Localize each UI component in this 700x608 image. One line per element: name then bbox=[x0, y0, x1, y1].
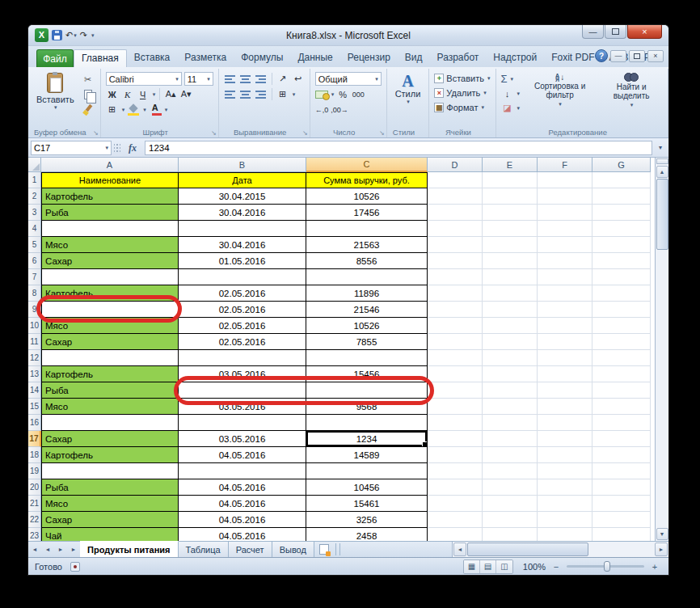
cell-G7[interactable] bbox=[592, 269, 651, 285]
cell-B21[interactable]: 04.05.2016 bbox=[179, 496, 306, 512]
align-bottom-button[interactable] bbox=[255, 73, 268, 86]
row-header-12[interactable]: 12 bbox=[28, 350, 41, 366]
cell-G20[interactable] bbox=[592, 479, 651, 496]
normal-view-button[interactable]: ▦ bbox=[464, 560, 480, 573]
row-header-14[interactable]: 14 bbox=[28, 382, 41, 399]
orientation-button[interactable]: ↗ bbox=[276, 73, 289, 86]
chevron-down-icon[interactable]: ▾ bbox=[143, 107, 146, 113]
cell-F14[interactable] bbox=[538, 382, 592, 399]
cell-F16[interactable] bbox=[538, 415, 592, 431]
cell-A22[interactable]: Сахар bbox=[41, 512, 179, 528]
cell-G12[interactable] bbox=[592, 350, 651, 366]
cell-C6[interactable]: 8556 bbox=[306, 253, 428, 269]
cell-E3[interactable] bbox=[483, 205, 538, 221]
cell-F21[interactable] bbox=[538, 496, 592, 512]
row-header-17[interactable]: 17 bbox=[28, 431, 41, 447]
ribbon-tab-данные[interactable]: Данные bbox=[290, 49, 339, 67]
cell-D2[interactable] bbox=[428, 188, 483, 205]
cell-A23[interactable]: Чай bbox=[41, 528, 179, 541]
ribbon-tab-рецензир[interactable]: Рецензир bbox=[340, 49, 398, 67]
cell-G15[interactable] bbox=[592, 399, 651, 415]
cell-E11[interactable] bbox=[483, 334, 538, 350]
cell-G19[interactable] bbox=[592, 463, 651, 479]
cell-F5[interactable] bbox=[538, 237, 592, 253]
cell-D8[interactable] bbox=[428, 285, 483, 302]
cell-E7[interactable] bbox=[483, 269, 538, 285]
cell-E17[interactable] bbox=[483, 431, 538, 447]
cell-D6[interactable] bbox=[428, 253, 483, 269]
vertical-scrollbar[interactable]: ▲ ▼ bbox=[655, 158, 668, 541]
cell-B22[interactable]: 04.05.2016 bbox=[179, 512, 306, 528]
cell-A12[interactable] bbox=[41, 350, 179, 366]
row-header-7[interactable]: 7 bbox=[28, 269, 41, 285]
cut-button[interactable]: ✂ bbox=[81, 73, 95, 86]
ribbon-tab-надстрой[interactable]: Надстрой bbox=[486, 49, 544, 67]
cell-D3[interactable] bbox=[428, 205, 483, 221]
cell-B12[interactable] bbox=[179, 350, 306, 366]
sheet-tab-таблица[interactable]: Таблица bbox=[179, 542, 229, 557]
cell-B3[interactable]: 30.04.2016 bbox=[179, 205, 306, 221]
horizontal-scroll-track[interactable] bbox=[467, 542, 654, 557]
cell-C13[interactable]: 15456 bbox=[306, 366, 428, 382]
ribbon-tab-разметка[interactable]: Разметка bbox=[177, 49, 234, 67]
cell-E22[interactable] bbox=[483, 512, 538, 528]
page-layout-view-button[interactable]: ▤ bbox=[480, 560, 496, 573]
cell-B10[interactable]: 02.05.2016 bbox=[179, 318, 306, 334]
cell-A16[interactable] bbox=[41, 415, 179, 431]
cell-G22[interactable] bbox=[592, 512, 651, 528]
page-break-view-button[interactable]: ◫ bbox=[496, 560, 512, 573]
row-header-1[interactable]: 1 bbox=[28, 172, 41, 188]
zoom-slider[interactable] bbox=[567, 565, 644, 568]
cell-B20[interactable]: 04.05.2016 bbox=[179, 479, 306, 496]
cell-B5[interactable]: 30.04.2016 bbox=[179, 237, 306, 253]
cell-A1[interactable]: Наименование bbox=[41, 172, 179, 188]
cell-G13[interactable] bbox=[592, 366, 651, 382]
select-all-corner[interactable] bbox=[28, 158, 41, 172]
horizontal-scrollbar[interactable]: ◄ ► bbox=[452, 542, 668, 557]
cell-F6[interactable] bbox=[538, 253, 592, 269]
workbook-close-button[interactable]: × bbox=[647, 50, 664, 62]
row-header-2[interactable]: 2 bbox=[28, 188, 41, 205]
row-header-6[interactable]: 6 bbox=[28, 253, 41, 269]
bold-button[interactable]: Ж bbox=[106, 88, 119, 101]
record-macro-icon[interactable] bbox=[70, 562, 80, 572]
cell-E15[interactable] bbox=[483, 399, 538, 415]
cell-A18[interactable]: Картофель bbox=[41, 447, 179, 463]
row-header-15[interactable]: 15 bbox=[28, 399, 41, 415]
cell-E12[interactable] bbox=[483, 350, 538, 366]
vertical-scroll-thumb[interactable] bbox=[656, 179, 668, 250]
cell-C14[interactable] bbox=[306, 382, 428, 399]
align-middle-button[interactable] bbox=[239, 73, 252, 86]
prev-sheet-button[interactable]: ◄ bbox=[41, 542, 54, 557]
zoom-slider-thumb[interactable] bbox=[604, 561, 610, 572]
sort-filter-button[interactable]: АЯ ↓ Сортировка и фильтр ▾ bbox=[523, 71, 597, 114]
cell-B11[interactable]: 02.05.2016 bbox=[179, 334, 306, 350]
wrap-text-button[interactable]: ↩ bbox=[292, 73, 305, 86]
cell-D23[interactable] bbox=[428, 528, 483, 541]
cell-G16[interactable] bbox=[592, 415, 651, 431]
cell-D14[interactable] bbox=[428, 382, 483, 399]
cell-C7[interactable] bbox=[306, 269, 428, 285]
increase-decimal-button[interactable]: ←,0 bbox=[315, 103, 329, 116]
minimize-button[interactable]: — bbox=[582, 25, 604, 39]
column-header-A[interactable]: A bbox=[41, 158, 179, 172]
cell-D21[interactable] bbox=[428, 496, 483, 512]
column-header-C[interactable]: C bbox=[306, 158, 428, 172]
chevron-down-icon[interactable]: ▾ bbox=[165, 107, 168, 113]
cell-C4[interactable] bbox=[306, 221, 428, 237]
save-icon[interactable] bbox=[52, 30, 62, 40]
cell-F22[interactable] bbox=[538, 512, 592, 528]
font-size-combo[interactable]: 11▾ bbox=[184, 72, 213, 86]
cell-F12[interactable] bbox=[538, 350, 592, 366]
cell-F9[interactable] bbox=[538, 302, 592, 318]
cell-E16[interactable] bbox=[483, 415, 538, 431]
dialog-launcher-icon[interactable]: ↘ bbox=[379, 129, 385, 137]
align-top-button[interactable] bbox=[224, 73, 237, 86]
cell-E8[interactable] bbox=[483, 285, 538, 302]
cell-B7[interactable] bbox=[179, 269, 306, 285]
restore-button[interactable] bbox=[605, 25, 626, 39]
ribbon-tab-вставка[interactable]: Вставка bbox=[127, 49, 178, 67]
ribbon-tab-вид[interactable]: Вид bbox=[398, 49, 430, 67]
cell-G11[interactable] bbox=[592, 334, 651, 350]
row-header-20[interactable]: 20 bbox=[28, 479, 41, 496]
